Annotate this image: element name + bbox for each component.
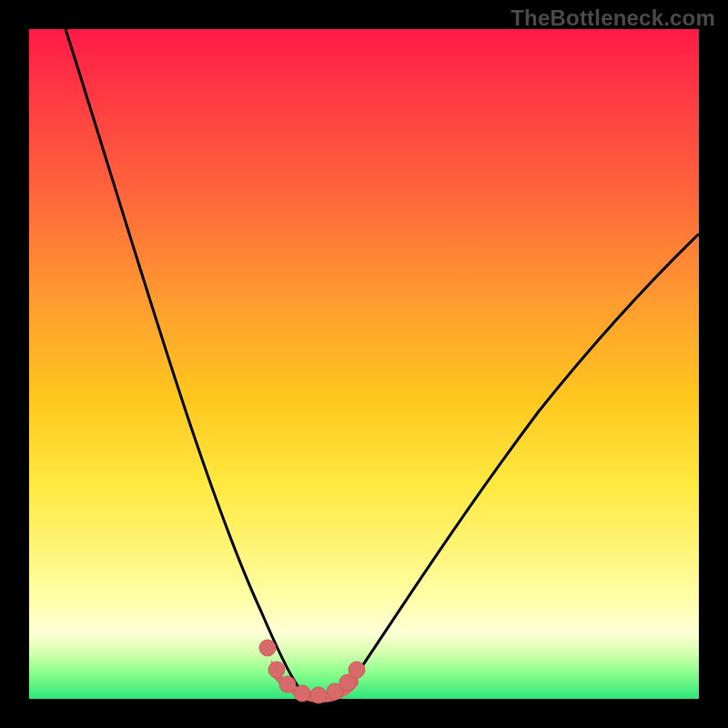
outer-frame: TheBottleneck.com [0, 0, 728, 728]
marker-group [259, 640, 365, 703]
plot-area [29, 29, 699, 699]
curve-svg [29, 29, 699, 699]
marker-dot [279, 676, 296, 693]
marker-dot [349, 662, 365, 678]
marker-dot [310, 687, 327, 703]
bottleneck-curve [66, 29, 699, 699]
watermark-text: TheBottleneck.com [511, 5, 715, 31]
marker-dot [294, 685, 310, 702]
marker-dot [259, 640, 276, 656]
marker-dot [268, 662, 285, 678]
